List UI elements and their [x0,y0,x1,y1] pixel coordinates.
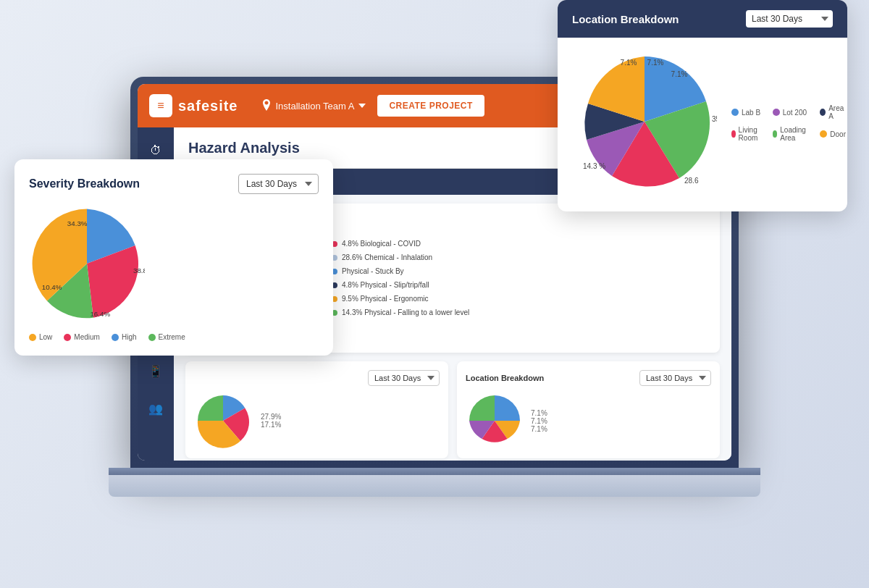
svg-text:7.1%: 7.1% [671,70,688,78]
legend-medium: Medium [64,333,100,341]
legend-lot200: Lot 200 [773,104,809,120]
bottom-right-card: Location Breakdown Last 30 Days [457,361,720,458]
svg-text:35.7%: 35.7% [712,115,717,123]
legend-living-room: Living Room [731,126,761,142]
svg-text:28.6: 28.6 [684,177,699,185]
bottom-right-date-select[interactable]: Last 30 Days [639,370,711,386]
location-legend: Lab B Lot 200 Area A Living Room [731,104,846,142]
legend-dot-medium [64,334,71,341]
severity-pie-chart: 34.3% 38.8% 16.4% 10.4% [29,206,145,322]
risk-labels: 4.8% Biological - COVID 28.6% Chemical -… [332,237,469,319]
legend-dot-loading-area [773,130,778,138]
legend-extreme: Extreme [148,333,185,341]
location-text: Installation Team A [276,101,355,112]
page-title: Hazard Analysis [188,140,300,156]
legend-label-living-room: Living Room [739,126,761,142]
location-pie-container: 7.1% 7.1% 7.1% 35.7% 28.6 14.3 % [572,49,717,197]
legend-dot-lot200 [773,109,780,116]
svg-text:14.3 %: 14.3 % [583,162,605,170]
svg-text:7.1%: 7.1% [621,59,637,67]
risk-label-ergonomic: 9.5% Physical - Ergonomic [342,292,429,306]
location-selector[interactable]: Installation Team A [261,99,366,112]
severity-card-header: Severity Breakdown Last 30 Days [29,174,319,194]
risk-label-slip: 4.8% Physical - Slip/trip/fall [342,278,429,292]
legend-label-loading-area: Loading Area [780,126,808,142]
legend-label-high: High [122,333,137,341]
svg-text:34.3%: 34.3% [67,219,88,227]
bottom-right-pcts: 7.1% 7.1% 7.1% [531,409,547,433]
location-breakdown-card: Location Breakdown Last 30 Days [558,0,847,211]
legend-area-a: Area A [820,104,846,120]
svg-text:38.8%: 38.8% [133,266,145,274]
bottom-left-card: Last 30 Days [185,361,448,458]
risk-label-covid: 4.8% Biological - COVID [342,237,421,251]
location-body: 7.1% 7.1% 7.1% 35.7% 28.6 14.3 % Lab B [572,49,833,197]
laptop-base [109,475,760,497]
legend-label-medium: Medium [74,333,100,341]
create-project-button[interactable]: CREATE PROJECT [377,95,484,117]
bottom-left-chart: 27.9% 17.1% [194,392,440,450]
bottom-right-title: Location Breakdown [466,374,544,382]
bottom-left-date-select[interactable]: Last 30 Days [368,370,440,386]
location-legend-grid: Lab B Lot 200 Area A Living Room [731,104,846,142]
legend-label-area-a: Area A [828,104,846,120]
legend-dot-lab-b [731,109,739,116]
legend-label-extreme: Extreme [159,333,185,341]
scene: ≡ safesite Installation Team A CREATE PR… [0,0,869,588]
legend-dot-area-a [820,109,826,116]
severity-body: 34.3% 38.8% 16.4% 10.4% [29,206,319,322]
legend-low: Low [29,333,52,341]
legend-dot-door [820,130,827,138]
svg-text:7.1%: 7.1% [647,59,664,67]
svg-text:16.4%: 16.4% [90,310,110,318]
legend-lab-b: Lab B [731,104,761,120]
logo-text: safesite [178,98,238,114]
legend-high: High [112,333,137,341]
severity-legend: Low Medium High Extreme [29,333,319,341]
bottom-right-chart: 7.1% 7.1% 7.1% [466,392,711,450]
bottom-left-values: 27.9% 17.1% [261,413,281,429]
sidebar-icon-mobile[interactable]: 📱 [144,359,167,382]
severity-title: Severity Breakdown [29,177,140,190]
sidebar-icon-users[interactable]: 👥 [144,397,167,420]
legend-label-low: Low [39,333,52,341]
location-pie-chart: 7.1% 7.1% 7.1% 35.7% 28.6 14.3 % [572,49,717,194]
risk-label-chemical: 28.6% Chemical - Inhalation [342,251,432,264]
legend-label-lab-b: Lab B [742,109,760,117]
location-card-header: Location Breakdown Last 30 Days [558,0,847,38]
severity-date-select[interactable]: Last 30 Days [238,174,319,194]
location-card-title: Location Breakdown [572,13,679,25]
legend-label-door: Door [830,130,846,138]
risk-label-stuck: Physical - Stuck By [342,264,404,278]
legend-dot-extreme [148,334,156,341]
bottom-charts-row: Last 30 Days [185,361,720,458]
logo-area: ≡ safesite [149,94,238,117]
legend-dot-high [112,334,119,341]
logo-icon: ≡ [149,94,172,117]
severity-breakdown-card: Severity Breakdown Last 30 Days 34.3% 38… [14,159,333,356]
legend-label-lot200: Lot 200 [783,109,807,117]
legend-loading-area: Loading Area [773,126,809,142]
svg-text:10.4%: 10.4% [42,283,62,291]
location-date-select[interactable]: Last 30 Days [746,10,833,28]
legend-door: Door [820,126,846,142]
risk-label-falling: 14.3% Physical - Falling to a lower leve… [342,306,469,319]
legend-dot-living-room [731,130,736,138]
legend-dot-low [29,334,36,341]
